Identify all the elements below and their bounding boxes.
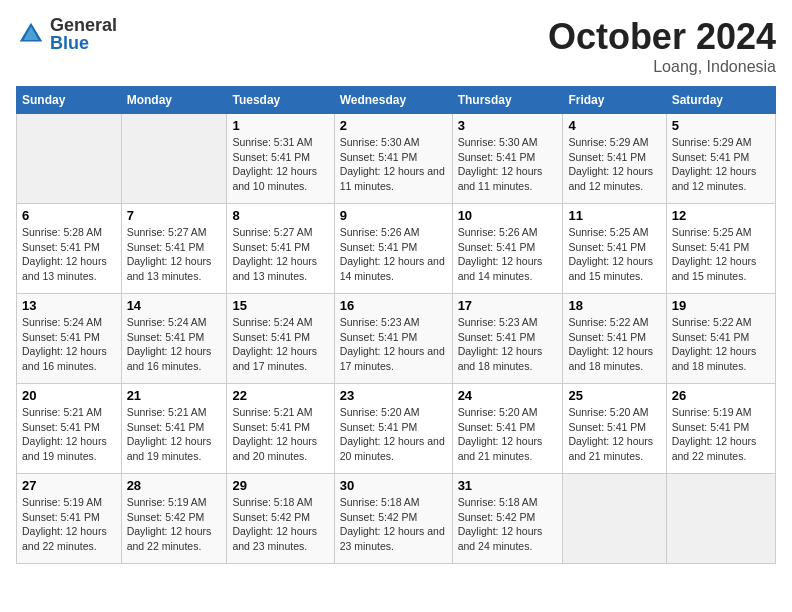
day-info: Sunrise: 5:19 AMSunset: 5:42 PMDaylight:… [127,495,222,554]
day-number: 16 [340,298,447,313]
day-number: 9 [340,208,447,223]
month-title: October 2024 [548,16,776,58]
day-info: Sunrise: 5:20 AMSunset: 5:41 PMDaylight:… [568,405,660,464]
day-info: Sunrise: 5:26 AMSunset: 5:41 PMDaylight:… [458,225,558,284]
day-info: Sunrise: 5:20 AMSunset: 5:41 PMDaylight:… [340,405,447,464]
calendar-cell: 7Sunrise: 5:27 AMSunset: 5:41 PMDaylight… [121,204,227,294]
day-number: 10 [458,208,558,223]
day-number: 22 [232,388,328,403]
calendar-cell: 23Sunrise: 5:20 AMSunset: 5:41 PMDayligh… [334,384,452,474]
calendar-cell: 28Sunrise: 5:19 AMSunset: 5:42 PMDayligh… [121,474,227,564]
day-info: Sunrise: 5:26 AMSunset: 5:41 PMDaylight:… [340,225,447,284]
day-number: 27 [22,478,116,493]
day-info: Sunrise: 5:19 AMSunset: 5:41 PMDaylight:… [672,405,770,464]
day-number: 18 [568,298,660,313]
day-number: 23 [340,388,447,403]
day-number: 11 [568,208,660,223]
calendar-cell: 4Sunrise: 5:29 AMSunset: 5:41 PMDaylight… [563,114,666,204]
day-number: 1 [232,118,328,133]
logo-blue: Blue [50,34,117,52]
calendar-cell: 17Sunrise: 5:23 AMSunset: 5:41 PMDayligh… [452,294,563,384]
calendar-cell: 12Sunrise: 5:25 AMSunset: 5:41 PMDayligh… [666,204,775,294]
day-info: Sunrise: 5:27 AMSunset: 5:41 PMDaylight:… [232,225,328,284]
day-info: Sunrise: 5:30 AMSunset: 5:41 PMDaylight:… [458,135,558,194]
weekday-header-saturday: Saturday [666,87,775,114]
day-number: 19 [672,298,770,313]
day-number: 13 [22,298,116,313]
day-info: Sunrise: 5:22 AMSunset: 5:41 PMDaylight:… [568,315,660,374]
day-number: 14 [127,298,222,313]
day-number: 7 [127,208,222,223]
day-info: Sunrise: 5:30 AMSunset: 5:41 PMDaylight:… [340,135,447,194]
day-number: 20 [22,388,116,403]
calendar-cell: 6Sunrise: 5:28 AMSunset: 5:41 PMDaylight… [17,204,122,294]
day-info: Sunrise: 5:28 AMSunset: 5:41 PMDaylight:… [22,225,116,284]
location-title: Loang, Indonesia [548,58,776,76]
day-info: Sunrise: 5:24 AMSunset: 5:41 PMDaylight:… [127,315,222,374]
day-info: Sunrise: 5:21 AMSunset: 5:41 PMDaylight:… [22,405,116,464]
calendar-cell: 10Sunrise: 5:26 AMSunset: 5:41 PMDayligh… [452,204,563,294]
day-number: 12 [672,208,770,223]
calendar-cell: 22Sunrise: 5:21 AMSunset: 5:41 PMDayligh… [227,384,334,474]
logo-general: General [50,16,117,34]
calendar-cell: 3Sunrise: 5:30 AMSunset: 5:41 PMDaylight… [452,114,563,204]
calendar-cell: 21Sunrise: 5:21 AMSunset: 5:41 PMDayligh… [121,384,227,474]
title-section: October 2024 Loang, Indonesia [548,16,776,76]
calendar-cell: 2Sunrise: 5:30 AMSunset: 5:41 PMDaylight… [334,114,452,204]
calendar-cell: 8Sunrise: 5:27 AMSunset: 5:41 PMDaylight… [227,204,334,294]
day-number: 30 [340,478,447,493]
day-number: 5 [672,118,770,133]
calendar-cell: 20Sunrise: 5:21 AMSunset: 5:41 PMDayligh… [17,384,122,474]
calendar-cell: 25Sunrise: 5:20 AMSunset: 5:41 PMDayligh… [563,384,666,474]
day-number: 25 [568,388,660,403]
day-number: 2 [340,118,447,133]
calendar-cell [121,114,227,204]
day-info: Sunrise: 5:21 AMSunset: 5:41 PMDaylight:… [127,405,222,464]
calendar-week-row: 27Sunrise: 5:19 AMSunset: 5:41 PMDayligh… [17,474,776,564]
calendar-header-row: SundayMondayTuesdayWednesdayThursdayFrid… [17,87,776,114]
calendar-cell: 24Sunrise: 5:20 AMSunset: 5:41 PMDayligh… [452,384,563,474]
day-number: 21 [127,388,222,403]
calendar-cell: 1Sunrise: 5:31 AMSunset: 5:41 PMDaylight… [227,114,334,204]
day-number: 29 [232,478,328,493]
calendar-cell: 9Sunrise: 5:26 AMSunset: 5:41 PMDaylight… [334,204,452,294]
calendar-cell: 18Sunrise: 5:22 AMSunset: 5:41 PMDayligh… [563,294,666,384]
weekday-header-friday: Friday [563,87,666,114]
calendar-week-row: 20Sunrise: 5:21 AMSunset: 5:41 PMDayligh… [17,384,776,474]
day-info: Sunrise: 5:24 AMSunset: 5:41 PMDaylight:… [22,315,116,374]
day-info: Sunrise: 5:25 AMSunset: 5:41 PMDaylight:… [672,225,770,284]
day-number: 28 [127,478,222,493]
page-header: General Blue October 2024 Loang, Indones… [16,16,776,76]
day-info: Sunrise: 5:29 AMSunset: 5:41 PMDaylight:… [568,135,660,194]
calendar-week-row: 13Sunrise: 5:24 AMSunset: 5:41 PMDayligh… [17,294,776,384]
day-info: Sunrise: 5:22 AMSunset: 5:41 PMDaylight:… [672,315,770,374]
day-number: 24 [458,388,558,403]
calendar-cell [563,474,666,564]
calendar-cell: 11Sunrise: 5:25 AMSunset: 5:41 PMDayligh… [563,204,666,294]
day-number: 15 [232,298,328,313]
day-number: 8 [232,208,328,223]
day-number: 3 [458,118,558,133]
day-number: 26 [672,388,770,403]
day-number: 6 [22,208,116,223]
weekday-header-sunday: Sunday [17,87,122,114]
calendar-week-row: 1Sunrise: 5:31 AMSunset: 5:41 PMDaylight… [17,114,776,204]
calendar-cell: 30Sunrise: 5:18 AMSunset: 5:42 PMDayligh… [334,474,452,564]
calendar-cell: 26Sunrise: 5:19 AMSunset: 5:41 PMDayligh… [666,384,775,474]
calendar-cell: 16Sunrise: 5:23 AMSunset: 5:41 PMDayligh… [334,294,452,384]
day-info: Sunrise: 5:21 AMSunset: 5:41 PMDaylight:… [232,405,328,464]
calendar-cell: 15Sunrise: 5:24 AMSunset: 5:41 PMDayligh… [227,294,334,384]
weekday-header-thursday: Thursday [452,87,563,114]
calendar-cell: 29Sunrise: 5:18 AMSunset: 5:42 PMDayligh… [227,474,334,564]
day-number: 31 [458,478,558,493]
calendar-cell [666,474,775,564]
day-info: Sunrise: 5:20 AMSunset: 5:41 PMDaylight:… [458,405,558,464]
day-info: Sunrise: 5:23 AMSunset: 5:41 PMDaylight:… [458,315,558,374]
calendar-cell: 19Sunrise: 5:22 AMSunset: 5:41 PMDayligh… [666,294,775,384]
logo-icon [16,19,46,49]
calendar-cell: 27Sunrise: 5:19 AMSunset: 5:41 PMDayligh… [17,474,122,564]
day-number: 17 [458,298,558,313]
day-info: Sunrise: 5:31 AMSunset: 5:41 PMDaylight:… [232,135,328,194]
logo-text: General Blue [50,16,117,52]
logo: General Blue [16,16,117,52]
